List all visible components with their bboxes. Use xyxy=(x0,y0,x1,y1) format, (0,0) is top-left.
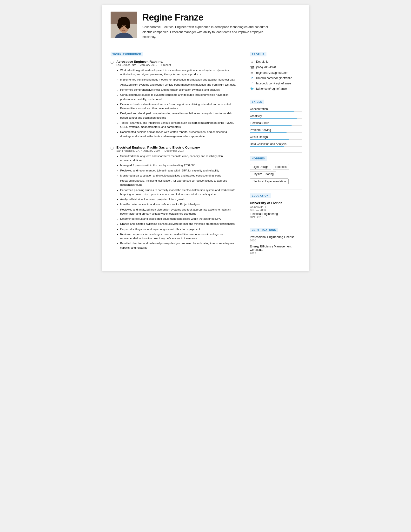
svg-point-10 xyxy=(123,28,124,29)
resume-header: Regine Franze Collaborative Electrical E… xyxy=(102,5,309,45)
svg-point-6 xyxy=(117,21,122,29)
cert-name-1: Energy Efficiency Management Certificate xyxy=(250,245,302,252)
cert-item-1: Energy Efficiency Management Certificate… xyxy=(250,245,302,255)
skill-item-0: Concentration xyxy=(250,107,302,112)
bullet: Monitored area substation and circuit ca… xyxy=(120,174,237,178)
bullet: Implemented vehicle kinematic models for… xyxy=(120,78,237,82)
divider-1 xyxy=(250,96,302,96)
svg-point-7 xyxy=(126,21,130,29)
job-item-2: Electrical Engineer, Pacific Gas and Ele… xyxy=(110,146,237,251)
bullet: Performed planning studies to correctly … xyxy=(120,188,237,197)
skills-title: SKILLS xyxy=(250,100,264,104)
candidate-name: Regine Franze xyxy=(142,12,301,23)
job-dot-2 xyxy=(110,147,113,251)
resume-container: Regine Franze Collaborative Electrical E… xyxy=(102,5,309,271)
profile-email: ✉ reginefranze@gmail.com xyxy=(250,71,302,75)
skill-name-1: Creativity xyxy=(250,114,302,118)
location-icon: ⊙ xyxy=(250,60,254,64)
bullet: Worked with algorithm development in est… xyxy=(120,68,237,77)
skill-bar-fill-4 xyxy=(250,139,289,140)
profile-title: PROFILE xyxy=(250,52,266,57)
hobby-tag-1: Robotics xyxy=(273,164,289,170)
bullet: Managed 7 projects within the nearby are… xyxy=(120,163,237,167)
job-meta-1: Las Cruces, NM • January 2015 — Present xyxy=(116,63,237,66)
bullet: Drafted and initiated switching plans to… xyxy=(120,222,237,226)
facebook-icon: f xyxy=(250,82,254,85)
skill-item-5: Data Collection and Analysis xyxy=(250,142,302,147)
profile-location: ⊙ Detroit, MI xyxy=(250,60,302,64)
skill-bar-bg-4 xyxy=(250,139,302,140)
bullet: Reviewed and recommended job estimates w… xyxy=(120,169,237,173)
bullet: Analyzed flight systems and reentry vehi… xyxy=(120,83,237,87)
job-content-1: Aerospace Engineer, Rath Inc. Las Cruces… xyxy=(116,60,237,139)
education-section: EDUCATION University of Florida Gainesvi… xyxy=(250,193,302,218)
skill-bar-bg-1 xyxy=(250,118,302,119)
profile-linkedin: in linkedin.com/in/reginefranze xyxy=(250,76,302,80)
profile-facebook: f facebook.com/reginefranze xyxy=(250,82,302,85)
skill-bar-bg-3 xyxy=(250,133,302,133)
svg-point-8 xyxy=(121,26,123,27)
email-icon: ✉ xyxy=(250,71,254,75)
divider-3 xyxy=(250,190,302,190)
hobby-tag-2: Physics Tutoring xyxy=(250,171,276,177)
skill-bar-fill-5 xyxy=(250,146,284,147)
job-title-1: Aerospace Engineer, Rath Inc. xyxy=(116,60,237,63)
job-meta-2: San Francisco, CA • January 2007 — Decem… xyxy=(116,149,237,152)
skill-item-1: Creativity xyxy=(250,114,302,119)
job-dot-1 xyxy=(110,61,113,139)
skill-name-2: Electrical Skills xyxy=(250,121,302,125)
cert-name-0: Professional Engineering License xyxy=(250,235,302,239)
bullet: Submitted both long term and short-term … xyxy=(120,154,237,162)
job-title-2: Electrical Engineer, Pacific Gas and Ele… xyxy=(116,146,237,149)
profile-photo xyxy=(110,12,137,38)
svg-point-9 xyxy=(125,26,127,27)
education-title: EDUCATION xyxy=(250,193,271,198)
resume-body: WORK EXPERIENCE Aerospace Engineer, Rath… xyxy=(102,45,309,267)
hobbies-title: HOBBIES xyxy=(250,156,267,161)
work-experience-title: WORK EXPERIENCE xyxy=(110,52,143,57)
skill-item-2: Electrical Skills xyxy=(250,121,302,126)
skill-name-0: Concentration xyxy=(250,107,302,111)
skill-name-4: Circuit Design xyxy=(250,135,302,139)
hobby-tag-3: Electrical Experimentation xyxy=(250,179,289,184)
linkedin-icon: in xyxy=(250,76,254,80)
bullet: Conducted trade studies to evaluate cand… xyxy=(120,93,237,101)
skill-bar-fill-2 xyxy=(250,125,292,126)
skill-bar-bg-2 xyxy=(250,125,302,126)
phone-icon: ☎ xyxy=(250,65,254,69)
cert-item-0: Professional Engineering License 2020 xyxy=(250,235,302,242)
bullet: Determined circuit and associated equipm… xyxy=(120,217,237,221)
edu-city: Gainesville, FL xyxy=(250,206,302,208)
bullet: Identified alternatives to address defic… xyxy=(120,202,237,206)
bullet: Reviewed requests for new large customer… xyxy=(120,232,237,241)
skill-name-5: Data Collection and Analysis xyxy=(250,142,302,146)
hobbies-grid: Light Design Robotics Physics Tutoring E… xyxy=(250,164,302,184)
edu-school: University of Florida xyxy=(250,201,302,205)
bullet: Reviewed and analyzed area distribution … xyxy=(120,208,237,216)
job-content-2: Electrical Engineer, Pacific Gas and Ele… xyxy=(116,146,237,251)
profile-phone: ☎ (325) 703-4390 xyxy=(250,65,302,69)
bullet: Tested, analyzed, and integrated various… xyxy=(120,121,237,129)
edu-field: Electrical Engineering xyxy=(250,212,302,216)
bullet: Prepared settings for load tap changers … xyxy=(120,227,237,231)
cert-year-0: 2020 xyxy=(250,239,302,242)
bullet: Analyzed historical loads and projected … xyxy=(120,197,237,201)
bullet: Prepared proposals, including justificat… xyxy=(120,179,237,187)
twitter-icon: 🐦 xyxy=(250,87,254,90)
left-column: WORK EXPERIENCE Aerospace Engineer, Rath… xyxy=(102,45,244,267)
skill-bar-fill-3 xyxy=(250,133,287,133)
right-column: PROFILE ⊙ Detroit, MI ☎ (325) 703-4390 ✉… xyxy=(244,45,309,267)
certifications-section: CERTIFICATIONS Professional Engineering … xyxy=(250,228,302,255)
bullet: Designed and developed comprehensive, re… xyxy=(120,111,237,120)
profile-section: PROFILE ⊙ Detroit, MI ☎ (325) 703-4390 ✉… xyxy=(250,52,302,90)
candidate-tagline: Collaborative Electrical Engineer with e… xyxy=(142,25,277,39)
header-info: Regine Franze Collaborative Electrical E… xyxy=(142,12,301,39)
skills-section: SKILLS Concentration Creativity Electric… xyxy=(250,99,302,147)
edu-year: Year — 2006 xyxy=(250,209,302,211)
job-item-1: Aerospace Engineer, Rath Inc. Las Cruces… xyxy=(110,60,237,139)
profile-twitter: 🐦 twitter.com/reginefranze xyxy=(250,87,302,90)
bullet: Provided direction and reviewed primary … xyxy=(120,241,237,250)
hobby-tag-0: Light Design xyxy=(250,164,271,170)
job-bullets-1: Worked with algorithm development in est… xyxy=(116,68,237,138)
skill-bar-bg-5 xyxy=(250,146,302,147)
